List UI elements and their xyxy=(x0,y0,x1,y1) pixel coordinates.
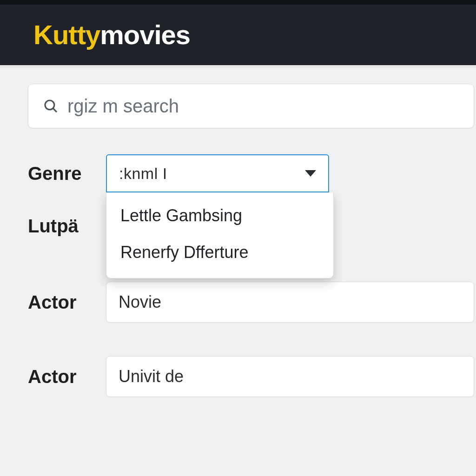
actor-input-1[interactable] xyxy=(106,282,474,323)
row-actor-1: Actor xyxy=(28,282,474,323)
content: Genre :knml I Lettle Gambsing Renerfy Df… xyxy=(0,65,476,397)
search-input[interactable] xyxy=(67,96,461,117)
search-icon xyxy=(41,97,60,115)
actor-input-2[interactable] xyxy=(106,356,474,397)
label-actor-2: Actor xyxy=(28,366,106,387)
search-bar[interactable] xyxy=(28,84,474,128)
filter-form: Genre :knml I Lettle Gambsing Renerfy Df… xyxy=(28,154,474,397)
genre-option[interactable]: Lettle Gambsing xyxy=(106,197,333,234)
brand-logo[interactable]: Kuttymovies xyxy=(33,21,190,48)
brand-rest: movies xyxy=(100,20,190,50)
svg-line-1 xyxy=(53,108,56,112)
genre-selected-value: :knml I xyxy=(119,165,167,183)
label-genre: Genre xyxy=(28,163,106,184)
genre-dropdown-list: Lettle Gambsing Renerfy Dfferture xyxy=(106,192,334,278)
label-actor-1: Actor xyxy=(28,292,106,313)
header: Kuttymovies xyxy=(0,0,476,65)
chevron-down-icon xyxy=(305,170,316,177)
row-actor-2: Actor xyxy=(28,356,474,397)
brand-accent: Kutty xyxy=(33,20,100,50)
label-lutpa: Lutpä xyxy=(28,216,106,237)
genre-combobox[interactable]: :knml I Lettle Gambsing Renerfy Dffertur… xyxy=(106,154,329,192)
row-genre: Genre :knml I Lettle Gambsing Renerfy Df… xyxy=(28,154,474,192)
genre-option[interactable]: Renerfy Dfferture xyxy=(106,234,333,271)
genre-combobox-head[interactable]: :knml I xyxy=(106,154,329,192)
